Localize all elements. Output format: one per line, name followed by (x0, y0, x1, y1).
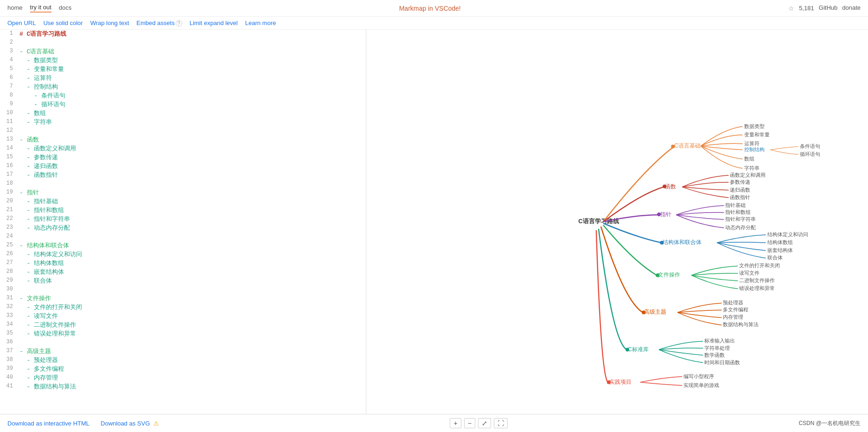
line-number: 29 (0, 277, 18, 285)
svg-text:C语言学习路线: C语言学习路线 (578, 218, 619, 225)
svg-text:结构体数组: 结构体数组 (767, 239, 793, 245)
download-html-link[interactable]: Download as interactive HTML (7, 420, 89, 427)
editor-line: 11 - 字符串 (0, 118, 366, 127)
line-number: 22 (0, 215, 18, 224)
svg-text:循环语句: 循环语句 (800, 151, 820, 157)
line-content: - 字符串 (18, 118, 366, 127)
editor-line: 5 - 变量和常量 (0, 65, 366, 74)
branch-files[interactable]: 文件操作 文件的打开和关闭 读写文件 二进制文件操作 错误处理和异常 (603, 225, 780, 291)
line-content: - 控制结构 (18, 83, 366, 91)
line-number: 5 (0, 65, 18, 74)
line-number: 14 (0, 144, 18, 153)
opt-limit-expand[interactable]: Limit expand level (190, 19, 238, 26)
line-number: 11 (0, 118, 18, 127)
line-number: 3 (0, 47, 18, 56)
line-number: 28 (0, 268, 18, 277)
editor-line: 40 - 内存管理 (0, 374, 366, 382)
nav-tryitout[interactable]: try it out (30, 4, 51, 13)
svg-text:联合体: 联合体 (767, 255, 783, 260)
opt-solid-color[interactable]: Use solid color (43, 19, 83, 26)
svg-text:实现简单的游戏: 实现简单的游戏 (683, 382, 719, 388)
line-content: - 预处理器 (18, 356, 366, 365)
line-content (18, 338, 366, 347)
line-content: - 嵌套结构体 (18, 268, 366, 277)
line-number: 31 (0, 294, 18, 303)
line-number: 34 (0, 321, 18, 329)
line-content (18, 180, 366, 188)
svg-text:文件操作: 文件操作 (658, 271, 680, 278)
line-content: - 循环语句 (18, 100, 366, 109)
center-node[interactable]: C语言学习路线 (578, 218, 619, 225)
line-number: 40 (0, 374, 18, 382)
nav-home[interactable]: home (7, 4, 23, 12)
line-content: - 内存管理 (18, 374, 366, 382)
svg-text:标准输入输出: 标准输入输出 (704, 338, 735, 343)
line-content: - 指针 (18, 188, 366, 197)
mindmap-pane[interactable]: C语言学习路线 C语言基础 数据类型 变量和常量 运算符 控制结构 条件语句 循… (366, 30, 868, 414)
editor-line: 1# C语言学习路线 (0, 30, 366, 39)
line-content: - 动态内存分配 (18, 224, 366, 232)
node-dot-files (656, 273, 659, 277)
branch-pointers[interactable]: 指针 指针基础 指针和数组 指针和字符串 动态内存分配 (603, 202, 756, 230)
editor-content[interactable]: 1# C语言学习路线23- C语言基础4 - 数据类型5 - 变量和常量6 - … (0, 30, 366, 414)
zoom-minus-btn[interactable]: − (464, 418, 475, 428)
download-svg-link[interactable]: Download as SVG (101, 420, 150, 427)
nav-docs[interactable]: docs (59, 4, 71, 12)
editor-line: 2 (0, 39, 366, 47)
editor-line: 23 - 动态内存分配 (0, 224, 366, 232)
branch-structs[interactable]: 结构体和联合体 结构体定义和访问 结构体数组 嵌套结构体 联合体 (603, 223, 808, 260)
star-count: 5,181 (799, 5, 814, 12)
node-dot-stdlib (625, 348, 629, 352)
line-content (18, 232, 366, 241)
status-text: CSDN @一名机电研究生 (798, 419, 861, 427)
editor-line: 38 - 预处理器 (0, 356, 366, 365)
svg-text:变量和常量: 变量和常量 (744, 132, 770, 137)
line-content: - 指针和字符串 (18, 215, 366, 224)
svg-text:指针基础: 指针基础 (725, 202, 746, 208)
line-number: 26 (0, 250, 18, 259)
opt-learn-more[interactable]: Learn more (245, 19, 276, 26)
bottom-bar-left: Download as interactive HTML Download as… (7, 420, 159, 427)
line-content: - 参数传递 (18, 153, 366, 162)
line-content: - 函数指针 (18, 171, 366, 180)
zoom-expand-btn[interactable]: ⛶ (494, 418, 508, 428)
branch-c-basics[interactable]: C语言基础 数据类型 变量和常量 运算符 控制结构 条件语句 循环语句 数组 字… (603, 123, 820, 222)
line-number: 13 (0, 135, 18, 144)
svg-text:内存管理: 内存管理 (723, 314, 743, 320)
line-content: - 错误处理和异常 (18, 329, 366, 338)
svg-text:高级主题: 高级主题 (644, 309, 666, 315)
node-dot-functions (663, 185, 666, 188)
star-icon: ☆ (788, 5, 794, 12)
line-number: 8 (0, 91, 18, 100)
svg-text:读写文件: 读写文件 (739, 270, 760, 276)
editor-line: 7 - 控制结构 (0, 83, 366, 91)
opt-open-url[interactable]: Open URL (7, 19, 36, 26)
line-number: 41 (0, 382, 18, 391)
line-number: 32 (0, 303, 18, 312)
line-content (18, 127, 366, 135)
line-content: - 指针基础 (18, 197, 366, 206)
editor-line: 3- C语言基础 (0, 47, 366, 56)
editor-line: 8 - 条件语句 (0, 91, 366, 100)
zoom-plus-btn[interactable]: + (450, 418, 461, 428)
opt-wrap-text[interactable]: Wrap long text (90, 19, 129, 26)
svg-text:参数传递: 参数传递 (730, 179, 750, 185)
svg-text:嵌套结构体: 嵌套结构体 (767, 247, 793, 253)
branch-stdlib[interactable]: C标准库 标准输入输出 字符串处理 数学函数 时间和日期函数 (599, 229, 740, 365)
editor-line: 18 (0, 180, 366, 188)
svg-text:实践项目: 实践项目 (609, 379, 632, 385)
bottom-bar: Download as interactive HTML Download as… (0, 414, 868, 432)
editor-line: 4 - 数据类型 (0, 56, 366, 65)
nav-donate[interactable]: donate (842, 4, 861, 12)
nav-center-link[interactable]: Markmap in VSCode! (399, 5, 461, 12)
opt-embed-assets[interactable]: Embed assets (136, 19, 174, 26)
line-content: - 运算符 (18, 74, 366, 83)
editor-line: 34 - 二进制文件操作 (0, 321, 366, 329)
editor-line: 14 - 函数定义和调用 (0, 144, 366, 153)
editor-line: 37- 高级主题 (0, 347, 366, 356)
zoom-fit-btn[interactable]: ⤢ (478, 418, 491, 428)
embed-assets-help-icon[interactable]: ? (176, 20, 182, 26)
nav-github[interactable]: GitHub (819, 4, 837, 12)
nav-right: ☆ 5,181 GitHub donate (788, 4, 861, 12)
svg-text:控制结构: 控制结构 (744, 147, 765, 152)
